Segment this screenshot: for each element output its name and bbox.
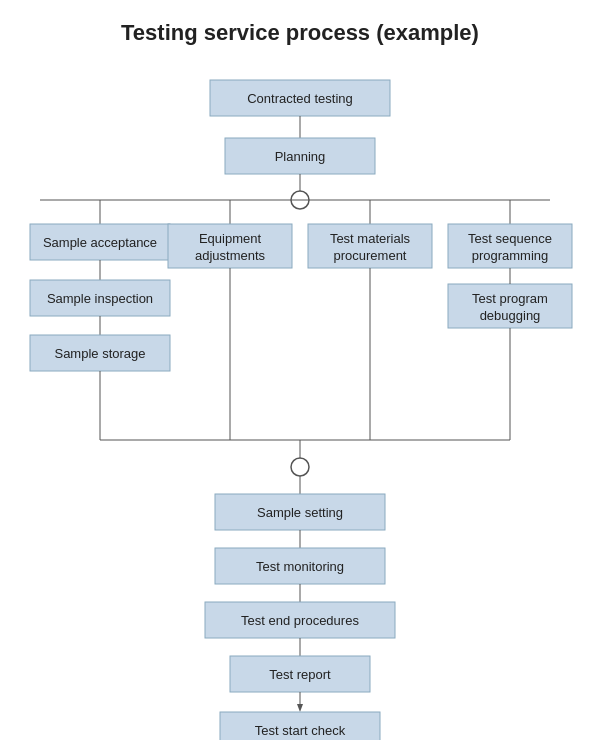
sample-inspection-label: Sample inspection — [47, 291, 153, 306]
sample-storage-label: Sample storage — [54, 346, 145, 361]
planning-label: Planning — [275, 149, 326, 164]
page-title: Testing service process (example) — [121, 20, 479, 46]
equipment-adjustments-label: Equipment — [199, 231, 262, 246]
test-program-label2: debugging — [480, 308, 541, 323]
test-start-check-label: Test start check — [255, 723, 346, 738]
contracted-testing-label: Contracted testing — [247, 91, 353, 106]
sample-setting-label: Sample setting — [257, 505, 343, 520]
sample-acceptance-label: Sample acceptance — [43, 235, 157, 250]
flowchart-svg: Contracted testing Planning Sample accep… — [20, 70, 580, 710]
flowchart: Contracted testing Planning Sample accep… — [10, 70, 590, 710]
test-sequence-label2: programming — [472, 248, 549, 263]
test-monitoring-label: Test monitoring — [256, 559, 344, 574]
test-materials-label2: procurement — [334, 248, 407, 263]
test-end-procedures-label: Test end procedures — [241, 613, 359, 628]
circle-node-2 — [291, 458, 309, 476]
test-materials-label: Test materials — [330, 231, 411, 246]
test-program-label: Test program — [472, 291, 548, 306]
test-sequence-label: Test sequence — [468, 231, 552, 246]
test-report-label: Test report — [269, 667, 331, 682]
equipment-adjustments-label2: adjustments — [195, 248, 266, 263]
